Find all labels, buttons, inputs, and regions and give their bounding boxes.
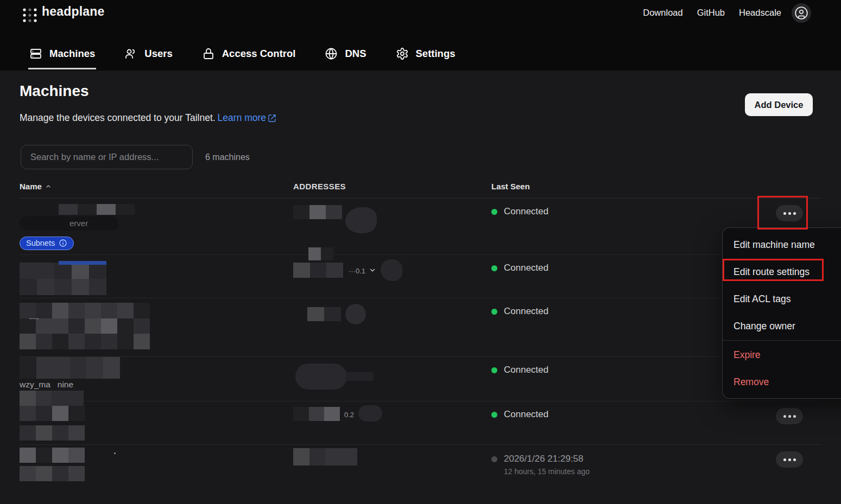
column-header-last-seen[interactable]: Last Seen — [491, 182, 776, 191]
redacted-badge-sliver — [59, 261, 106, 265]
redaction-pixel — [54, 279, 72, 295]
redaction-pixel — [20, 334, 36, 349]
redacted-address — [307, 307, 341, 321]
redaction-pixel — [52, 448, 68, 463]
ellipsis-dot — [788, 212, 791, 215]
table-row[interactable]: 2026/1/26 21:29:58 12 hours, 15 minutes … — [20, 445, 821, 493]
ellipsis-dot — [793, 415, 796, 418]
redaction-pixel — [309, 205, 326, 219]
page-title: Machines — [20, 82, 89, 100]
status-label: Connected — [504, 263, 548, 273]
table-row[interactable]: erver Subnets Connected — [20, 199, 821, 255]
tab-dns[interactable]: DNS — [324, 39, 367, 69]
subtitle-text: Manage the devices connected to your Tai… — [20, 112, 216, 124]
online-status-dot — [491, 367, 497, 373]
online-status-dot — [491, 412, 497, 418]
search-input[interactable] — [21, 145, 193, 169]
redaction-pixel — [101, 334, 117, 349]
table-row[interactable]: wzy_ma nine Connected — [20, 357, 821, 401]
add-device-button[interactable]: Add Device — [745, 93, 813, 116]
redaction-pixel — [52, 406, 68, 421]
subnets-badge[interactable]: Subnets — [20, 237, 74, 250]
online-status-dot — [491, 265, 497, 271]
table-row[interactable]: ···0.1 Connected — [20, 255, 821, 298]
redaction-pixel — [36, 466, 52, 481]
primary-tabs: Machines Users Access Control — [28, 39, 457, 71]
tab-dns-label: DNS — [345, 48, 366, 60]
redaction-pixel — [85, 334, 101, 349]
top-links: Download GitHub Headscale — [643, 8, 781, 18]
chevron-down-icon[interactable] — [369, 266, 376, 274]
menu-item-edit-machine-name[interactable]: Edit machine name — [723, 231, 841, 258]
menu-item-change-owner[interactable]: Change owner — [723, 312, 841, 340]
headplane-logo-icon — [22, 7, 38, 23]
machine-name-cell: ––– — [20, 298, 293, 356]
machine-name-cell: wzy_ma nine — [20, 357, 293, 407]
redaction-pixel — [37, 279, 54, 295]
redaction-pixel — [309, 407, 325, 421]
table-row[interactable]: 0.2 Connected — [20, 401, 821, 445]
redacted-address — [293, 263, 343, 278]
redaction-pixel — [20, 357, 36, 379]
info-icon — [59, 239, 67, 247]
learn-more-link[interactable]: Learn more — [218, 112, 277, 124]
menu-item-expire[interactable]: Expire — [723, 341, 841, 368]
redaction-pixel — [116, 204, 135, 215]
users-icon — [124, 47, 137, 60]
column-header-addresses[interactable]: ADDRESSES — [293, 182, 491, 191]
row-menu-button[interactable] — [776, 205, 803, 221]
external-link-icon — [268, 114, 276, 123]
page-subtitle: Manage the devices connected to your Tai… — [20, 112, 276, 124]
redaction-pixel — [72, 263, 89, 279]
redaction-pixel — [59, 204, 78, 215]
table-row[interactable]: ––– Connected — [20, 298, 821, 357]
redaction-pixel — [68, 425, 85, 441]
ellipsis-dot — [793, 212, 796, 215]
headscale-link[interactable]: Headscale — [739, 8, 781, 18]
redaction-pixel — [325, 448, 342, 465]
redaction-pixel — [324, 407, 340, 421]
redaction-pixel — [342, 448, 358, 465]
globe-icon — [325, 47, 338, 60]
tab-settings[interactable]: Settings — [395, 39, 457, 69]
user-avatar-button[interactable] — [792, 3, 811, 23]
menu-item-edit-route-settings[interactable]: Edit route settings — [723, 258, 841, 285]
headplane-machines-page: { "brand": { "name": "headplane" }, "top… — [0, 0, 841, 504]
redaction-pixel — [103, 357, 120, 379]
redacted-smudge — [358, 405, 382, 422]
last-seen-cell: 2026/1/26 21:29:58 12 hours, 15 minutes … — [491, 445, 776, 493]
download-link[interactable]: Download — [643, 8, 682, 18]
redaction-pixel — [36, 448, 52, 463]
redaction-pixel — [101, 318, 117, 334]
redaction-pixel — [68, 334, 85, 349]
redacted-name — [20, 466, 85, 481]
status-label: Connected — [504, 206, 548, 217]
redaction-pixel — [70, 357, 87, 379]
row-menu-button[interactable] — [776, 451, 803, 468]
learn-more-label: Learn more — [218, 112, 267, 124]
redaction-pixel — [54, 263, 72, 279]
addresses-cell — [293, 357, 491, 407]
github-link[interactable]: GitHub — [697, 8, 725, 18]
tab-users[interactable]: Users — [123, 39, 173, 69]
redaction-pixel — [326, 205, 342, 219]
tab-machines[interactable]: Machines — [28, 39, 96, 69]
addresses-cell — [293, 445, 491, 493]
row-menu-button[interactable] — [776, 408, 803, 424]
address-fragment: ···0.1 — [349, 267, 365, 275]
machine-name-cell: erver Subnets — [20, 199, 293, 260]
machine-name-cell — [20, 401, 293, 444]
redaction-pixel — [309, 448, 326, 465]
redacted-address — [293, 448, 357, 465]
redaction-pixel — [134, 318, 150, 334]
redaction-pixel — [324, 307, 341, 321]
redaction-pixel — [20, 466, 36, 481]
redaction-pixel — [68, 448, 85, 463]
redacted-address — [293, 407, 340, 421]
menu-item-edit-acl-tags[interactable]: Edit ACL tags — [723, 285, 841, 312]
redaction-pixel — [293, 205, 309, 219]
tab-access-control[interactable]: Access Control — [201, 39, 297, 69]
redacted-name — [20, 406, 85, 421]
menu-item-remove[interactable]: Remove — [723, 368, 841, 395]
column-header-name[interactable]: Name — [20, 182, 293, 191]
